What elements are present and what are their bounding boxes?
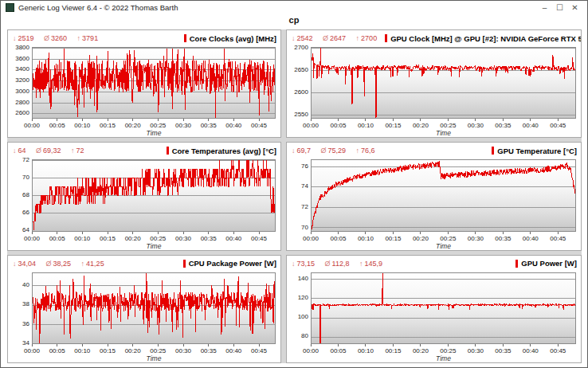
x-axis-title: Time <box>311 242 576 250</box>
x-axis-tick-label: 00:00 <box>303 119 319 129</box>
y-axis-tick-label: 3000 <box>9 88 29 95</box>
x-axis-tick-label: 00:25 <box>440 232 456 242</box>
x-axis-tick-label: 00:40 <box>225 344 241 354</box>
y-axis-tick-label: 80 <box>288 332 308 339</box>
y-axis-tick-label: 2600 <box>9 109 29 116</box>
maximize-button[interactable]: ☐ <box>552 2 567 14</box>
y-axis-tick-label: 2650 <box>288 66 308 73</box>
panel-header: ↓34,04 Ø38,25 ↑41,25 CPU Package Power [… <box>8 256 280 269</box>
min-arrow-icon: ↓ <box>13 260 17 268</box>
min-arrow-icon: ↓ <box>13 147 17 155</box>
y-axis-tick-label: 36 <box>9 320 29 327</box>
x-axis-tick-label: 00:35 <box>495 344 511 354</box>
x-axis-tick-label: 00:35 <box>495 232 511 242</box>
chart-plot-area[interactable]: 646668707200:0000:0500:1000:1500:2000:25… <box>32 159 276 231</box>
chart-stats: ↓64 Ø69,32 ↑72 <box>13 147 92 155</box>
panel-gpu-power: ↓73,15 Ø112,8 ↑145,9 GPU Power [W] 80100… <box>286 255 582 363</box>
x-axis-tick-label: 00:35 <box>201 232 217 242</box>
y-axis-tick-label: 76 <box>288 162 308 170</box>
chart-title: GPU Temperature [°C] <box>492 147 577 155</box>
chart-plot-area[interactable]: 3436384000:0000:0500:1000:1500:2000:2500… <box>32 272 276 344</box>
x-axis-tick-label: 00:40 <box>225 119 241 129</box>
x-axis-tick-label: 00:10 <box>74 232 90 242</box>
min-arrow-icon: ↓ <box>13 34 17 42</box>
close-button[interactable]: ✕ <box>567 2 582 14</box>
panel-header: ↓69,7 Ø75,29 ↑76,6 GPU Temperature [°C] <box>287 143 581 156</box>
chart-plot-area[interactable]: 7072747600:0000:0500:1000:1500:2000:2500… <box>311 159 576 231</box>
x-axis-tick-label: 00:35 <box>495 119 511 129</box>
panel-core-clocks: ↓2519 Ø3260 ↑3791 Core Clocks (avg) [MHz… <box>7 29 281 138</box>
x-axis-tick-label: 00:05 <box>330 344 346 354</box>
chart-plot-area[interactable]: 260028003000320034003600380000:0000:0500… <box>32 47 276 119</box>
x-axis-tick-label: 00:05 <box>49 344 65 354</box>
x-axis-tick-label: 00:30 <box>175 232 191 242</box>
x-axis-tick-label: 00:40 <box>523 232 539 242</box>
x-axis-tick-label: 00:20 <box>413 119 429 129</box>
x-axis-tick-label: 00:45 <box>251 232 267 242</box>
x-axis-tick-label: 00:10 <box>358 344 374 354</box>
x-axis-tick-label: 00:35 <box>201 119 217 129</box>
max-arrow-icon: ↑ <box>77 34 81 42</box>
app-window: Generic Log Viewer 6.4 - © 2022 Thomas B… <box>0 0 588 368</box>
x-axis-tick-label: 00:00 <box>303 232 319 242</box>
panel-cpu-package-power: ↓34,04 Ø38,25 ↑41,25 CPU Package Power [… <box>7 255 281 363</box>
x-axis-tick-label: 00:25 <box>440 119 456 129</box>
x-axis-tick-label: 00:10 <box>74 344 90 354</box>
avg-icon: Ø <box>46 260 52 268</box>
x-axis-tick-label: 00:00 <box>303 344 319 354</box>
y-axis-tick-label: 100 <box>288 313 308 320</box>
x-axis-tick-label: 00:25 <box>150 232 166 242</box>
x-axis-tick-label: 00:45 <box>550 119 566 129</box>
chart-stats: ↓2542 Ø2647 ↑2700 <box>292 34 385 42</box>
x-axis-tick-label: 00:35 <box>201 344 217 354</box>
x-axis-tick-label: 00:40 <box>523 119 539 129</box>
chart-stats: ↓69,7 Ø75,29 ↑76,6 <box>292 147 383 155</box>
chart-title: Core Clocks (avg) [MHz] <box>184 34 276 43</box>
y-axis-tick-label: 70 <box>288 224 308 231</box>
panel-header: ↓2542 Ø2647 ↑2700 GPU Clock [MHz] @ GPU … <box>287 30 581 44</box>
chart-stats: ↓2519 Ø3260 ↑3791 <box>13 34 106 42</box>
x-axis-tick-label: 00:10 <box>358 119 374 129</box>
y-axis-tick-label: 120 <box>288 294 308 301</box>
x-axis-tick-label: 00:30 <box>468 119 484 129</box>
max-arrow-icon: ↑ <box>81 260 85 268</box>
max-arrow-icon: ↑ <box>71 147 75 155</box>
y-axis-tick-label: 38 <box>9 300 29 307</box>
x-axis-tick-label: 00:10 <box>74 119 90 129</box>
x-axis-tick-label: 00:40 <box>523 344 539 354</box>
x-axis-tick-label: 00:10 <box>358 232 374 242</box>
x-axis-tick-label: 00:00 <box>24 232 40 242</box>
x-axis-title: Time <box>32 242 276 250</box>
x-axis-tick-label: 00:25 <box>440 344 456 354</box>
y-axis-tick-label: 74 <box>288 182 308 190</box>
x-axis-tick-label: 00:45 <box>251 119 267 129</box>
chart-plot-area[interactable]: 255026002650270000:0000:0500:1000:1500:2… <box>311 47 576 119</box>
chart-grid: ↓2519 Ø3260 ↑3791 Core Clocks (avg) [MHz… <box>7 29 582 363</box>
app-icon <box>6 3 14 12</box>
x-axis-tick-label: 00:20 <box>125 119 141 129</box>
min-arrow-icon: ↓ <box>292 260 296 268</box>
y-axis-tick-label: 140 <box>288 275 308 282</box>
minimize-button[interactable]: – <box>537 2 552 14</box>
tab-cp[interactable]: cp <box>1 14 587 29</box>
y-axis-tick-label: 40 <box>9 281 29 288</box>
max-arrow-icon: ↑ <box>359 260 363 268</box>
chart-plot-area[interactable]: 8010012014000:0000:0500:1000:1500:2000:2… <box>311 272 576 344</box>
max-arrow-icon: ↑ <box>356 147 360 155</box>
x-axis-tick-label: 00:30 <box>468 344 484 354</box>
x-axis-tick-label: 00:15 <box>385 344 401 354</box>
x-axis-title: Time <box>311 129 576 137</box>
legend-bar-icon <box>385 34 387 42</box>
x-axis-tick-label: 00:05 <box>330 119 346 129</box>
title-bar[interactable]: Generic Log Viewer 6.4 - © 2022 Thomas B… <box>1 1 587 14</box>
x-axis-tick-label: 00:15 <box>100 232 116 242</box>
x-axis-tick-label: 00:45 <box>251 344 267 354</box>
avg-icon: Ø <box>323 34 328 42</box>
min-arrow-icon: ↓ <box>292 34 296 42</box>
x-axis-title: Time <box>32 129 276 137</box>
x-axis-tick-label: 00:45 <box>550 232 566 242</box>
chart-title: GPU Clock [MHz] @ GPU [#2]: NVIDIA GeFor… <box>385 34 582 43</box>
y-axis-tick-label: 2800 <box>9 99 29 106</box>
x-axis-title: Time <box>311 354 576 362</box>
legend-bar-icon <box>515 260 518 268</box>
